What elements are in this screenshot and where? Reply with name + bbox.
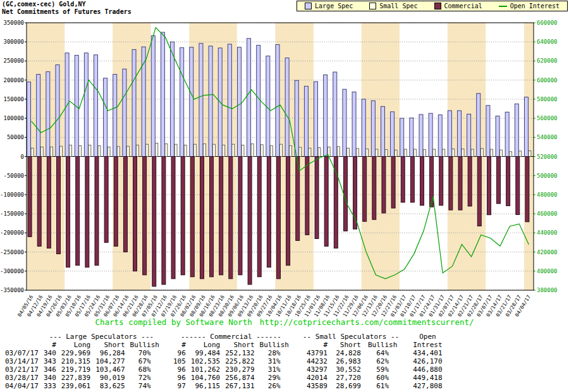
table-cell: 343	[41, 357, 59, 365]
bar-large-spec	[37, 75, 40, 157]
left-axis-label: 250000	[3, 58, 24, 64]
table-cell: 67%	[128, 357, 162, 365]
bar-commercial	[477, 157, 481, 226]
bar-commercial	[439, 157, 443, 205]
bar-commercial	[324, 157, 328, 247]
cot-net-commitments-chart: -350000-300000-250000-200000-150000-1000…	[0, 0, 569, 317]
bar-commercial	[95, 157, 99, 266]
table-cell: 102,535	[188, 357, 223, 365]
bar-large-spec	[324, 75, 327, 156]
column-header: Bullish	[257, 341, 291, 349]
left-axis-label: 0	[21, 154, 24, 160]
bar-small-spec	[213, 144, 216, 156]
bar-commercial	[286, 157, 290, 266]
bar-small-spec	[40, 147, 43, 156]
table-cell: 267,131	[223, 382, 257, 390]
chart-title-block: (GC,comex-cec) Gold,NY Net Commitments o…	[2, 1, 132, 16]
table-cell: 90,019	[93, 374, 127, 382]
bar-commercial	[516, 157, 520, 215]
table-cell: 426,170	[401, 357, 444, 365]
bar-large-spec	[209, 46, 212, 157]
bar-small-spec	[126, 146, 129, 156]
table-cell: 96	[162, 374, 188, 382]
table-cell: 96,284	[93, 349, 127, 357]
row-date-cell: 03/21/17	[3, 365, 41, 374]
bar-small-spec	[299, 147, 302, 157]
table-cell: 340	[41, 374, 59, 382]
left-axis-label: 200000	[3, 77, 24, 83]
bar-small-spec	[232, 144, 235, 156]
symbol-title: (GC,comex-cec) Gold,NY	[2, 1, 132, 8]
table-group-header-row: --- Large Speculators --------- Commerci…	[3, 333, 445, 341]
bar-commercial	[171, 157, 175, 279]
legend: Large Spec Small Spec Commercial Open In…	[297, 1, 568, 11]
bar-commercial	[76, 157, 80, 266]
table-cell: 59%	[364, 365, 401, 374]
bar-small-spec	[251, 144, 254, 157]
table-cell: 43791	[291, 349, 330, 357]
bar-large-spec	[199, 44, 203, 157]
column-header: Bullish	[364, 341, 401, 349]
group-header-large-speculators: --- Large Speculators ---	[41, 333, 162, 341]
bar-small-spec	[156, 143, 158, 156]
bar-commercial	[47, 157, 51, 248]
bar-commercial	[458, 157, 462, 211]
credit-link[interactable]: http://cotpricecharts.com/commitmentscur…	[260, 317, 474, 327]
bar-commercial	[277, 157, 281, 279]
right-axis-label: 480000	[537, 192, 558, 198]
bar-large-spec	[295, 80, 298, 156]
bar-small-spec	[337, 147, 340, 157]
legend-item-large-spec: Large Spec	[305, 3, 353, 9]
bar-small-spec	[242, 145, 244, 156]
bar-commercial	[468, 157, 472, 207]
bar-commercial	[305, 157, 309, 235]
legend-label-small-spec: Small Spec	[379, 3, 417, 9]
column-header: Short	[93, 341, 127, 349]
bar-commercial	[85, 157, 89, 267]
legend-label-commercial: Commercial	[444, 3, 482, 9]
table-cell: 26,983	[330, 357, 364, 365]
bar-commercial	[152, 157, 156, 286]
column-header: Intrest	[401, 341, 444, 349]
small-spec-swatch-icon	[369, 3, 376, 9]
table-cell: 449,418	[401, 374, 444, 382]
bar-commercial	[487, 157, 491, 215]
table-column-header-row: #LongShortBullish#LongShortBullish#Short…	[3, 341, 445, 349]
table-cell: 61%	[364, 382, 401, 390]
bar-large-spec	[104, 78, 107, 157]
bar-large-spec	[56, 64, 59, 156]
row-date-cell: 03/14/17	[3, 357, 41, 365]
column-header: Long	[188, 341, 223, 349]
bar-large-spec	[343, 89, 346, 156]
bar-large-spec	[505, 112, 509, 156]
table-cell: 225,822	[223, 357, 257, 365]
table-cell: 24,828	[330, 349, 364, 357]
bar-commercial	[56, 157, 60, 254]
column-header: Short	[223, 341, 257, 349]
bar-small-spec	[519, 151, 522, 157]
left-axis-label: -350000	[0, 287, 24, 293]
bar-small-spec	[146, 144, 149, 156]
bar-large-spec	[362, 99, 365, 157]
bar-commercial	[133, 157, 137, 271]
bar-commercial	[257, 157, 261, 277]
column-header: #	[162, 341, 188, 349]
right-axis-label: 600000	[537, 77, 558, 83]
table-cell: 229,969	[59, 349, 93, 357]
table-cell: 101,262	[188, 365, 223, 374]
bar-commercial	[506, 157, 510, 206]
bar-large-spec	[304, 86, 308, 156]
bar-commercial	[66, 157, 70, 267]
right-axis-label: 380000	[537, 287, 558, 293]
bar-large-spec	[247, 39, 251, 157]
table-cell: 103,467	[93, 365, 127, 374]
left-axis-label: 300000	[3, 39, 24, 45]
table-cell: 64%	[364, 349, 401, 357]
bar-small-spec	[184, 145, 187, 156]
bar-commercial	[162, 157, 166, 285]
table-row: 03/07/17340229,96996,28470%9699,484252,1…	[3, 349, 445, 357]
bar-commercial	[363, 157, 367, 222]
bar-commercial	[28, 157, 32, 237]
bar-large-spec	[276, 44, 279, 156]
bar-commercial	[525, 157, 529, 222]
